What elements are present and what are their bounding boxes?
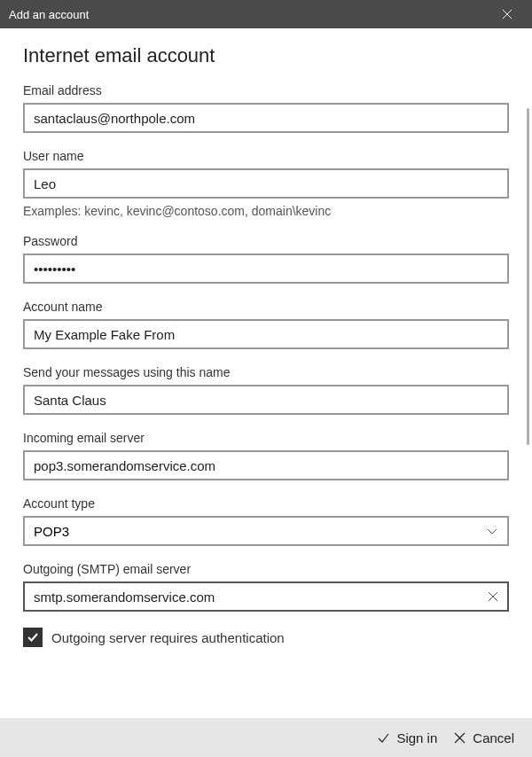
account-name-label: Account name [23,300,509,314]
titlebar-title: Add an account [9,8,89,21]
password-group: Password [23,234,509,284]
send-name-group: Send your messages using this name [23,365,509,415]
check-icon [27,631,39,644]
account-name-group: Account name [23,300,509,349]
username-input[interactable] [23,168,509,199]
account-type-group: Account type POP3 [23,496,509,546]
outgoing-input[interactable] [23,581,509,612]
account-name-input[interactable] [23,319,509,349]
account-type-select[interactable]: POP3 [23,516,509,546]
dialog-footer: Sign in Cancel [0,718,532,757]
signin-label: Sign in [396,730,437,745]
password-input[interactable] [23,254,509,284]
username-group: User name [23,149,509,199]
cancel-button[interactable]: Cancel [453,730,514,745]
titlebar: Add an account [0,0,532,28]
incoming-group: Incoming email server [23,431,509,480]
clear-icon [488,591,498,602]
incoming-input[interactable] [23,450,509,480]
scrollbar[interactable] [527,108,529,445]
check-icon [377,731,390,745]
auth-checkbox[interactable] [23,628,43,647]
close-icon [502,9,512,20]
outgoing-group: Outgoing (SMTP) email server [23,562,509,612]
account-type-value: POP3 [34,524,69,539]
signin-button[interactable]: Sign in [377,730,437,745]
email-label: Email address [23,83,509,98]
clear-button[interactable] [484,588,502,605]
cancel-label: Cancel [473,730,514,745]
send-name-label: Send your messages using this name [23,365,509,379]
email-group: Email address [23,83,509,133]
account-type-label: Account type [23,496,509,511]
email-input[interactable] [23,103,509,133]
page-title: Internet email account [23,44,509,67]
close-button[interactable] [489,0,525,28]
username-hint: Examples: kevinc, kevinc@contoso.com, do… [23,204,509,218]
incoming-label: Incoming email server [23,431,509,445]
password-label: Password [23,234,509,248]
chevron-down-icon [486,525,498,537]
auth-checkbox-label: Outgoing server requires authentication [51,630,285,645]
close-icon [453,731,466,745]
auth-checkbox-row: Outgoing server requires authentication [23,628,509,647]
send-name-input[interactable] [23,385,509,415]
dialog-content: Internet email account Email address Use… [0,28,532,718]
username-label: User name [23,149,509,163]
outgoing-label: Outgoing (SMTP) email server [23,562,509,576]
